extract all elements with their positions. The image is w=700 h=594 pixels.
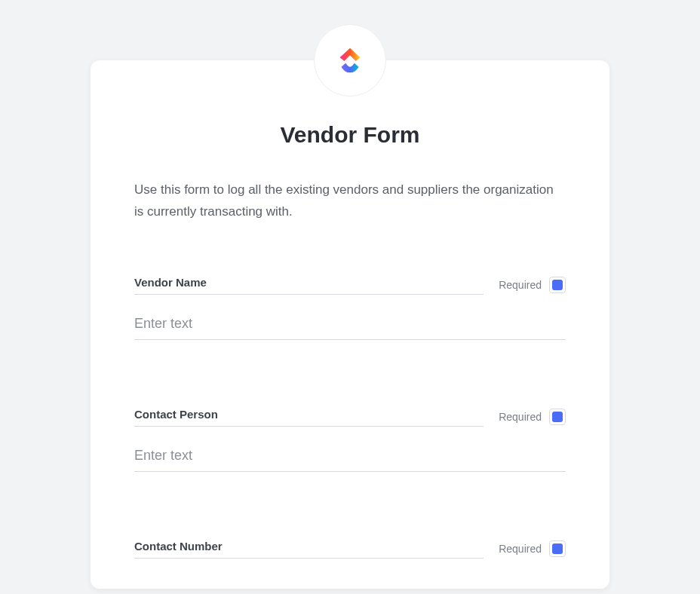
required-label: Required: [499, 279, 542, 291]
field-label-wrap: Contact Person: [134, 408, 484, 427]
form-description: Use this form to log all the existing ve…: [134, 179, 566, 223]
field-label: Contact Number: [134, 540, 223, 553]
field-header: Vendor Name Required: [134, 276, 566, 295]
vendor-name-input[interactable]: [134, 305, 566, 340]
logo-container: [314, 24, 386, 96]
required-label: Required: [499, 543, 542, 555]
form-card: Vendor Form Use this form to log all the…: [91, 60, 609, 589]
required-toggle-indicator: [552, 543, 563, 554]
field-label: Vendor Name: [134, 276, 207, 289]
field-header: Contact Person Required: [134, 408, 566, 427]
required-toggle[interactable]: [549, 409, 566, 425]
contact-person-input[interactable]: [134, 437, 566, 472]
field-label-wrap: Vendor Name: [134, 276, 484, 295]
required-wrap: Required: [499, 277, 566, 293]
required-toggle[interactable]: [549, 277, 566, 293]
required-toggle[interactable]: [549, 540, 566, 557]
required-toggle-indicator: [552, 280, 563, 290]
required-toggle-indicator: [552, 412, 563, 422]
form-field-contact-number: Contact Number Required: [134, 540, 566, 559]
field-label-wrap: Contact Number: [134, 540, 484, 559]
required-label: Required: [499, 411, 542, 423]
form-field-vendor-name: Vendor Name Required: [134, 276, 566, 340]
form-field-contact-person: Contact Person Required: [134, 408, 566, 472]
field-label: Contact Person: [134, 408, 218, 421]
clickup-logo-icon: [333, 43, 367, 78]
required-wrap: Required: [499, 409, 566, 425]
field-header: Contact Number Required: [134, 540, 566, 559]
required-wrap: Required: [499, 540, 566, 557]
